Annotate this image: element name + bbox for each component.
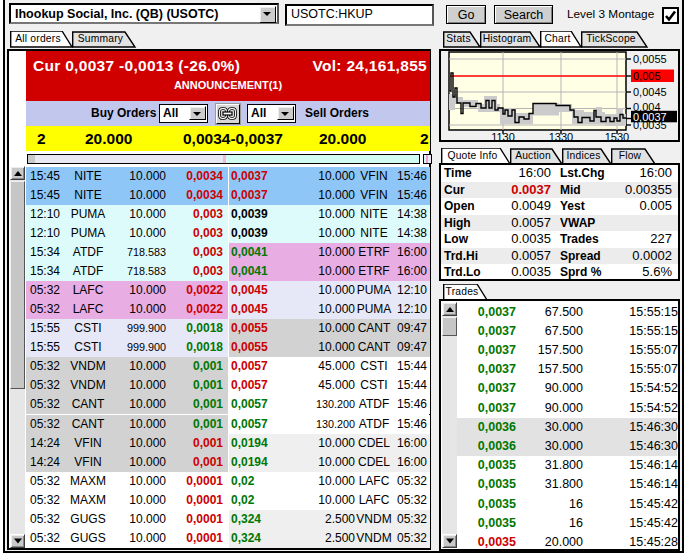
svg-text:TickScope: TickScope [586,33,636,44]
svg-text:1530: 1530 [605,131,629,143]
svg-text:0,0037: 0,0037 [633,111,667,123]
svg-text:Trades: Trades [446,286,479,297]
svg-text:0,0055: 0,0055 [633,53,667,65]
svg-text:Chart: Chart [544,33,570,44]
svg-text:1330: 1330 [549,131,573,143]
svg-text:Quote Info: Quote Info [447,150,497,161]
svg-text:Stats: Stats [446,33,470,44]
svg-text:0,005: 0,005 [633,70,661,82]
svg-text:Flow: Flow [619,150,642,161]
svg-text:Histogram: Histogram [483,33,532,44]
svg-text:1130: 1130 [491,131,515,143]
svg-text:Indices: Indices [566,150,600,161]
svg-text:Summary: Summary [78,33,124,44]
svg-text:0,0045: 0,0045 [633,86,667,98]
svg-text:All orders: All orders [15,33,61,44]
svg-text:Auction: Auction [515,150,551,161]
